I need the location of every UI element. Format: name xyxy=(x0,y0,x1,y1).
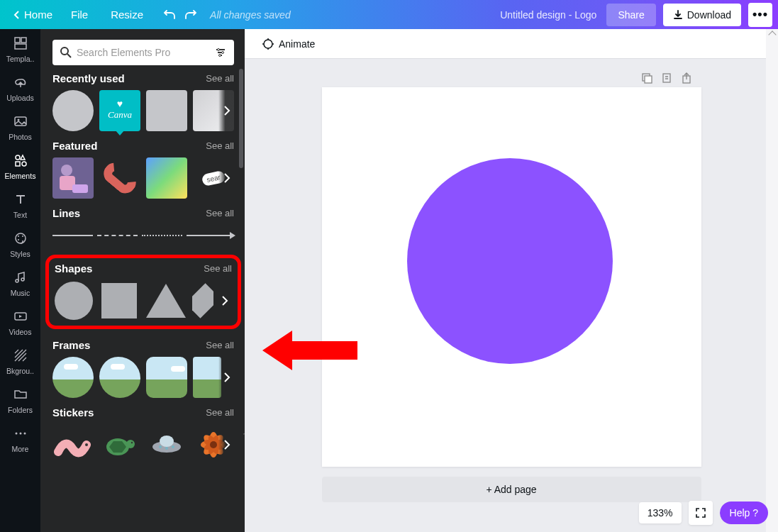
search-input[interactable] xyxy=(77,47,214,58)
sidebar-item-label: More xyxy=(12,445,29,453)
shapes-section: Shapes See all xyxy=(45,255,241,329)
sticker-thumbnail[interactable] xyxy=(146,424,187,465)
fullscreen-button[interactable] xyxy=(689,501,713,525)
sidebar-styles[interactable]: Styles xyxy=(0,224,40,263)
sidebar-more[interactable]: More xyxy=(0,419,40,458)
filter-icon[interactable] xyxy=(214,46,227,59)
element-thumbnail[interactable] xyxy=(146,157,187,199)
chevron-right-icon xyxy=(221,296,228,306)
svg-point-31 xyxy=(159,445,162,448)
line-element[interactable] xyxy=(97,235,138,236)
sidebar-text[interactable]: Text xyxy=(0,185,40,224)
context-toolbar: Animate xyxy=(245,29,778,59)
sidebar-music[interactable]: Music xyxy=(0,263,40,302)
see-all-link[interactable]: See all xyxy=(206,340,234,350)
sidebar-item-label: Styles xyxy=(10,250,30,258)
sidebar-videos[interactable]: Videos xyxy=(0,302,40,341)
shape-triangle[interactable] xyxy=(145,280,187,321)
panel-scrollbar[interactable] xyxy=(239,69,243,168)
home-label: Home xyxy=(24,9,52,21)
redo-button[interactable] xyxy=(184,9,197,21)
element-thumbnail[interactable]: ♥ Canva xyxy=(99,90,140,131)
see-all-link[interactable]: See all xyxy=(206,73,234,84)
sidebar-folders[interactable]: Folders xyxy=(0,380,40,419)
sidebar-elements[interactable]: Elements xyxy=(0,146,40,185)
sticker-thumbnail[interactable] xyxy=(99,424,140,465)
svg-point-5 xyxy=(16,155,20,160)
file-menu[interactable]: File xyxy=(60,4,99,25)
scroll-right-button[interactable] xyxy=(218,357,235,398)
download-button[interactable]: Download xyxy=(663,4,741,26)
sidebar-item-label: Uploads xyxy=(6,94,34,102)
sidebar-item-label: Bkgrou.. xyxy=(6,367,34,375)
animate-button[interactable]: Animate xyxy=(255,33,322,55)
frame-thumbnail[interactable] xyxy=(99,357,140,398)
element-thumbnail[interactable] xyxy=(52,90,94,131)
design-canvas[interactable] xyxy=(322,87,701,467)
sidebar-background[interactable]: Bkgrou.. xyxy=(0,341,40,380)
chevron-right-icon xyxy=(223,440,230,450)
resize-menu[interactable]: Resize xyxy=(99,4,155,25)
zoom-level[interactable]: 133% xyxy=(639,502,682,523)
scroll-right-button[interactable] xyxy=(218,424,235,465)
duplicate-page-icon[interactable] xyxy=(660,72,673,84)
chevron-left-icon xyxy=(13,11,21,19)
svg-point-28 xyxy=(131,442,133,443)
svg-point-15 xyxy=(15,432,17,434)
shape-circle[interactable] xyxy=(55,280,93,321)
sidebar-item-label: Elements xyxy=(5,172,36,180)
section-title: Frames xyxy=(52,339,90,351)
music-icon xyxy=(12,269,29,286)
help-button[interactable]: Help ? xyxy=(720,501,768,524)
shape-square[interactable] xyxy=(99,280,140,321)
line-element[interactable] xyxy=(52,235,93,236)
svg-point-10 xyxy=(22,235,23,237)
sticker-thumbnail[interactable] xyxy=(240,424,245,465)
svg-rect-7 xyxy=(22,162,26,166)
scroll-right-button[interactable] xyxy=(218,157,235,199)
share-page-icon[interactable] xyxy=(680,72,693,84)
frame-thumbnail[interactable] xyxy=(52,357,94,398)
element-thumbnail[interactable] xyxy=(146,90,187,131)
scroll-right-button[interactable] xyxy=(218,90,235,131)
chevron-right-icon xyxy=(223,372,230,382)
canvas-shape-circle[interactable] xyxy=(407,158,613,364)
photos-icon xyxy=(12,113,29,130)
see-all-link[interactable]: See all xyxy=(206,140,234,151)
element-thumbnail[interactable] xyxy=(99,157,140,199)
share-button[interactable]: Share xyxy=(606,4,655,26)
line-element[interactable] xyxy=(142,235,182,236)
frame-thumbnail[interactable] xyxy=(193,357,221,398)
sidebar-templates[interactable]: Templa.. xyxy=(0,29,40,68)
add-page-button[interactable]: + Add page xyxy=(322,477,701,502)
shape-diamond[interactable] xyxy=(192,280,213,321)
home-button[interactable]: Home xyxy=(6,4,60,25)
frame-thumbnail[interactable] xyxy=(146,357,187,398)
element-thumbnail[interactable] xyxy=(52,157,94,199)
undo-button[interactable] xyxy=(163,9,176,21)
svg-rect-2 xyxy=(15,44,26,49)
vertical-scrollbar[interactable] xyxy=(766,29,778,532)
top-menu-bar: Home File Resize All changes saved Untit… xyxy=(0,0,778,29)
styles-icon xyxy=(12,230,29,247)
sidebar-uploads[interactable]: Uploads xyxy=(0,68,40,107)
elements-icon xyxy=(12,152,29,169)
scroll-right-button[interactable] xyxy=(216,280,233,321)
document-title[interactable]: Untitled design - Logo xyxy=(500,9,596,21)
svg-point-25 xyxy=(85,443,88,446)
sidebar-photos[interactable]: Photos xyxy=(0,107,40,146)
svg-rect-3 xyxy=(15,117,26,126)
featured-section: Featured See all sear xyxy=(52,140,234,199)
sticker-thumbnail[interactable] xyxy=(52,424,94,465)
see-all-link[interactable]: See all xyxy=(204,263,232,274)
save-status: All changes saved xyxy=(210,9,291,21)
page-actions xyxy=(640,72,693,84)
heart-icon: ♥ xyxy=(117,98,123,109)
see-all-link[interactable]: See all xyxy=(206,208,234,218)
line-element[interactable] xyxy=(187,235,234,236)
more-options-button[interactable]: ••• xyxy=(748,3,772,27)
copy-page-icon[interactable] xyxy=(640,72,653,84)
see-all-link[interactable]: See all xyxy=(206,407,234,418)
search-box[interactable] xyxy=(52,40,234,65)
svg-point-21 xyxy=(219,55,221,57)
